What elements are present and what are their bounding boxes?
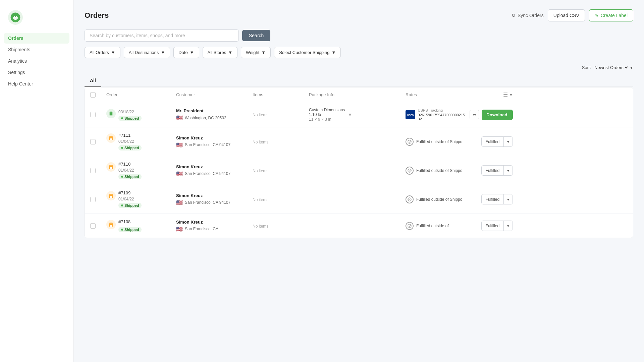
chevron-down-icon: ▼ [111, 50, 115, 55]
fulfilled-status-button[interactable]: Fulfilled [482, 194, 503, 204]
chevron-down-icon[interactable]: ▼ [347, 112, 352, 117]
customer-cell: Simon Kreuz 🇺🇸 San Francisco, CA 94107 [176, 135, 250, 148]
order-info: #7110 01/04/22 Shipped [118, 162, 142, 179]
fulfilled-dropdown-button[interactable]: ▼ [503, 166, 513, 175]
flag-icon: 🇺🇸 [176, 171, 183, 177]
fulfilled-dropdown-button[interactable]: ▼ [503, 137, 513, 146]
svg-rect-17 [110, 225, 112, 227]
order-date: 03/18/22 [118, 110, 142, 114]
items-cell: No items [253, 112, 306, 117]
fulfilled-dropdown-button[interactable]: ▼ [503, 221, 513, 231]
fulfilled-status-button[interactable]: Fulfilled [482, 137, 503, 146]
all-stores-filter[interactable]: All Stores ▼ [203, 47, 238, 58]
customer-name: Simon Kreuz [176, 193, 250, 198]
fulfilled-outside-text: Fulfilled outside of Shippo [416, 168, 479, 173]
download-button[interactable]: Download [482, 110, 512, 120]
fulfilled-status-button[interactable]: Fulfilled [482, 166, 503, 175]
status-badge: Shipped [118, 145, 142, 150]
sidebar: Orders Shipments Analytics Settings Help… [0, 0, 74, 362]
svg-rect-14 [110, 196, 112, 198]
download-dropdown-button[interactable]: ▼ [512, 110, 513, 120]
row-checkbox[interactable] [90, 223, 96, 229]
customer-flag: 🇺🇸 San Francisco, CA 94107 [176, 171, 250, 177]
weight-filter[interactable]: Weight ▼ [241, 47, 271, 58]
order-number: #7111 [118, 133, 142, 138]
all-destinations-filter[interactable]: All Destinations ▼ [124, 47, 170, 58]
sidebar-item-settings[interactable]: Settings [4, 67, 69, 78]
table-row: #7111 01/04/22 Shipped Simon Kreuz 🇺🇸 Sa… [85, 127, 633, 156]
order-number: #7108 [118, 219, 142, 224]
fulfilled-button-group: Fulfilled ▼ [481, 221, 513, 231]
search-row: Search [85, 29, 633, 42]
items-text: No items [253, 113, 268, 117]
fulfilled-button-group: Fulfilled ▼ [481, 165, 513, 176]
tracking-label: USPS Tracking [418, 108, 467, 112]
search-button[interactable]: Search [242, 30, 270, 41]
items-text: No items [253, 140, 268, 144]
sort-select[interactable]: Newest Orders [593, 65, 629, 70]
row-checkbox[interactable] [90, 197, 96, 202]
columns-icon[interactable]: ☰ [503, 92, 508, 98]
status-dot [121, 117, 123, 119]
copy-tracking-button[interactable]: ☵ [470, 110, 479, 119]
sidebar-item-shipments[interactable]: Shipments [4, 44, 69, 55]
status-dot [121, 229, 123, 231]
search-input[interactable] [85, 29, 239, 42]
row-checkbox[interactable] [90, 139, 96, 144]
customer-address: San Francisco, CA 94107 [185, 171, 230, 176]
tab-all[interactable]: All [85, 74, 101, 87]
customer-address: San Francisco, CA [185, 227, 218, 231]
fulfilled-button-group: Fulfilled ▼ [481, 194, 513, 204]
app-logo [8, 10, 23, 25]
select-all-checkbox[interactable] [90, 92, 96, 98]
status-badge: Shipped [118, 227, 142, 232]
order-date: 01/04/22 [118, 197, 142, 201]
package-type: Custom Dimensions [309, 108, 345, 112]
chevron-down-icon: ▼ [506, 224, 510, 228]
main-content: Orders ↻ Sync Orders Upload CSV ✎ Create… [74, 0, 644, 362]
logo-area [0, 7, 73, 33]
chevron-down-icon[interactable]: ▼ [509, 93, 513, 97]
fulfilled-outside-text: Fulfilled outside of Shippo [416, 139, 479, 144]
items-text: No items [253, 224, 268, 229]
fulfilled-dropdown-button[interactable]: ▼ [503, 194, 513, 204]
order-cell: #7109 01/04/22 Shipped [106, 190, 173, 208]
date-filter[interactable]: Date ▼ [173, 47, 199, 58]
items-cell: No items [253, 139, 306, 144]
order-cell: #7108 Shipped [106, 219, 173, 232]
select-all-checkbox-cell [90, 92, 104, 98]
filters-row: All Orders ▼ All Destinations ▼ Date ▼ A… [85, 47, 633, 58]
customer-cell: Simon Kreuz 🇺🇸 San Francisco, CA 94107 [176, 164, 250, 177]
sync-orders-button[interactable]: ↻ Sync Orders [512, 13, 544, 18]
sort-row: Sort: Newest Orders ▼ [85, 65, 633, 70]
sidebar-item-orders[interactable]: Orders [4, 33, 69, 44]
sidebar-item-help-center[interactable]: Help Center [4, 78, 69, 89]
order-cell: 03/18/22 Shipped [106, 108, 173, 121]
flag-icon: 🇺🇸 [176, 115, 183, 121]
customer-address: San Francisco, CA 94107 [185, 200, 230, 205]
table-row: #7109 01/04/22 Shipped Simon Kreuz 🇺🇸 Sa… [85, 185, 633, 214]
svg-point-3 [15, 15, 16, 17]
flag-icon: 🇺🇸 [176, 199, 183, 206]
order-number: #7110 [118, 162, 142, 167]
tracking-info: USPS Tracking 926159017554770000002151 3… [418, 108, 467, 121]
order-info: #7108 Shipped [118, 219, 142, 232]
upload-csv-button[interactable]: Upload CSV [548, 9, 585, 21]
rates-cell: Fulfilled outside of Fulfilled ▼ [406, 221, 513, 231]
flag-icon: 🇺🇸 [176, 226, 183, 232]
package-cell: Custom Dimensions 1.10 lb 11 × 9 × 3 in … [309, 108, 403, 122]
sidebar-item-analytics[interactable]: Analytics [4, 56, 69, 66]
create-label-button[interactable]: ✎ Create Label [589, 9, 633, 21]
order-info: #7111 01/04/22 Shipped [118, 133, 142, 150]
all-orders-filter[interactable]: All Orders ▼ [85, 47, 120, 58]
fulfilled-status-button[interactable]: Fulfilled [482, 221, 503, 231]
customer-cell: Simon Kreuz 🇺🇸 San Francisco, CA [176, 220, 250, 232]
customer-address: San Francisco, CA 94107 [185, 142, 230, 147]
flag-icon: 🇺🇸 [176, 142, 183, 148]
customer-cell: Mr. President 🇺🇸 Washington, DC 20502 [176, 108, 250, 121]
status-badge: Shipped [118, 116, 142, 121]
row-checkbox[interactable] [90, 112, 96, 117]
customer-shipping-filter[interactable]: Select Customer Shipping ▼ [274, 47, 341, 58]
edit-icon: ✎ [595, 13, 599, 18]
row-checkbox[interactable] [90, 168, 96, 173]
